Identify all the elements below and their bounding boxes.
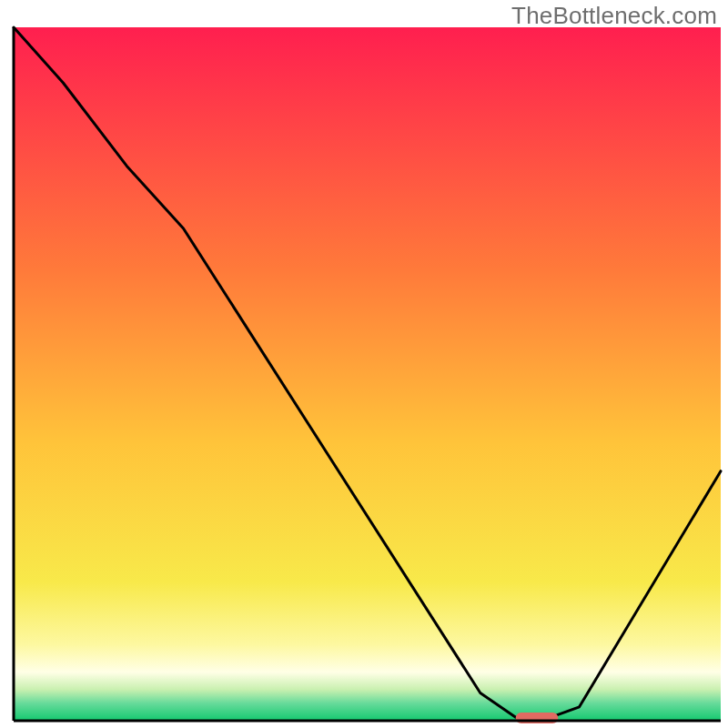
bottleneck-chart bbox=[0, 0, 728, 728]
chart-frame: TheBottleneck.com bbox=[0, 0, 728, 728]
plot-background bbox=[14, 27, 721, 721]
